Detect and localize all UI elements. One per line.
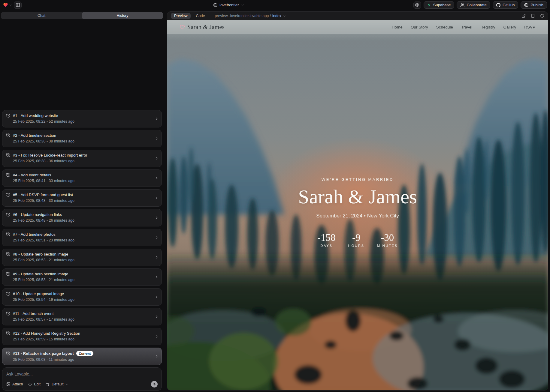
history-item[interactable]: #13 - Refactor index page layout Current… bbox=[2, 348, 162, 365]
history-item-timestamp: 25 Feb 2025, 08:51 - 23 minutes ago bbox=[13, 238, 153, 242]
nav-link[interactable]: Home bbox=[392, 25, 403, 29]
history-item-title: #11 - Add brunch event bbox=[13, 311, 54, 316]
preview-url-selector[interactable]: preview--lovefrontier.lovable.app / inde… bbox=[215, 14, 286, 18]
chevron-right-icon bbox=[155, 315, 159, 319]
wedding-site-nav: HomeOur StoryScheduleTravelRegistryGalle… bbox=[392, 25, 535, 29]
preview-url-page: index bbox=[272, 14, 281, 18]
lovable-logo-menu[interactable] bbox=[3, 2, 12, 7]
app-topbar: lovefrontier Supabase Collaborate GitHub… bbox=[0, 0, 550, 10]
history-item-title: #8 - Update hero section image bbox=[13, 252, 68, 256]
supabase-bolt-icon bbox=[427, 3, 431, 7]
history-icon bbox=[6, 272, 11, 276]
github-icon bbox=[496, 3, 500, 7]
tab-chat[interactable]: Chat bbox=[1, 12, 82, 19]
heart-icon bbox=[180, 25, 185, 30]
tab-code[interactable]: Code bbox=[192, 13, 208, 19]
publish-button[interactable]: Publish bbox=[521, 1, 547, 9]
collaborate-button[interactable]: Collaborate bbox=[457, 1, 490, 9]
history-item-timestamp: 25 Feb 2025, 08:57 - 17 minutes ago bbox=[13, 317, 153, 322]
tab-preview[interactable]: Preview bbox=[171, 13, 191, 19]
history-item[interactable]: #4 - Add event details 25 Feb 2025, 08:4… bbox=[2, 169, 162, 187]
history-item[interactable]: #9 - Update hero section image 25 Feb 20… bbox=[2, 268, 162, 286]
nav-link[interactable]: Registry bbox=[480, 25, 495, 29]
history-item[interactable]: #1 - Add wedding website 25 Feb 2025, 08… bbox=[2, 110, 162, 127]
nav-link[interactable]: Travel bbox=[461, 25, 472, 29]
github-button[interactable]: GitHub bbox=[493, 1, 518, 9]
history-item-timestamp: 25 Feb 2025, 08:59 - 15 minutes ago bbox=[13, 337, 153, 341]
send-button[interactable] bbox=[151, 381, 158, 388]
edit-mode-button[interactable]: Edit bbox=[28, 382, 41, 386]
history-item[interactable]: #5 - Add RSVP form and guest list 25 Feb… bbox=[2, 189, 162, 207]
chevron-right-icon bbox=[155, 354, 159, 358]
history-icon bbox=[6, 212, 11, 217]
chevron-right-icon bbox=[155, 156, 159, 160]
wedding-site-logo-text: Sarah & James bbox=[187, 24, 225, 31]
panel-left-icon bbox=[16, 3, 20, 7]
history-list: #1 - Add wedding website 25 Feb 2025, 08… bbox=[1, 110, 163, 367]
history-item[interactable]: #2 - Add timeline section 25 Feb 2025, 0… bbox=[2, 130, 162, 147]
project-selector[interactable]: lovefrontier bbox=[213, 0, 244, 10]
nav-link[interactable]: Schedule bbox=[436, 25, 453, 29]
history-item-timestamp: 25 Feb 2025, 08:53 - 21 minutes ago bbox=[13, 278, 153, 282]
attach-button[interactable]: Attach bbox=[6, 382, 23, 386]
history-item-timestamp: 25 Feb 2025, 08:43 - 30 minutes ago bbox=[13, 199, 153, 203]
chevron-right-icon bbox=[155, 235, 159, 240]
sliders-icon bbox=[46, 382, 50, 386]
history-item-title: #6 - Update navigation links bbox=[13, 212, 62, 217]
supabase-button[interactable]: Supabase bbox=[424, 1, 455, 9]
edit-label: Edit bbox=[34, 382, 41, 386]
history-item-title: #2 - Add timeline section bbox=[13, 133, 56, 138]
history-item[interactable]: #6 - Update navigation links 25 Feb 2025… bbox=[2, 209, 162, 226]
chevron-right-icon bbox=[155, 255, 159, 259]
mode-label: Default bbox=[52, 382, 64, 386]
supabase-label: Supabase bbox=[433, 3, 451, 7]
hero-eyebrow: WE'RE GETTING MARRIED bbox=[167, 177, 548, 182]
collaborate-label: Collaborate bbox=[467, 3, 487, 7]
refresh-button[interactable] bbox=[540, 14, 544, 18]
globe-icon bbox=[213, 3, 217, 7]
history-item-title: #12 - Add Honeyfund Registry Section bbox=[13, 331, 80, 336]
history-item-timestamp: 25 Feb 2025, 08:48 - 26 minutes ago bbox=[13, 218, 153, 223]
wedding-site-header: Sarah & James HomeOur StoryScheduleTrave… bbox=[167, 20, 548, 34]
smartphone-icon bbox=[531, 14, 535, 18]
nav-link[interactable]: RSVP bbox=[524, 25, 535, 29]
chevron-right-icon bbox=[155, 295, 159, 299]
tab-history[interactable]: History bbox=[82, 12, 163, 19]
chevron-down-icon bbox=[241, 3, 244, 7]
chevron-right-icon bbox=[155, 176, 159, 180]
nav-link[interactable]: Our Story bbox=[411, 25, 428, 29]
history-item[interactable]: #12 - Add Honeyfund Registry Section 25 … bbox=[2, 328, 162, 345]
ask-lovable-input[interactable] bbox=[6, 372, 158, 376]
model-mode-selector[interactable]: Default bbox=[46, 382, 68, 386]
history-item-timestamp: 25 Feb 2025, 08:36 - 38 minutes ago bbox=[13, 139, 153, 143]
hero-date-location: September 21, 2024 • New York City bbox=[167, 213, 548, 219]
external-link-icon bbox=[521, 14, 526, 18]
arrow-up-icon bbox=[153, 382, 156, 386]
history-icon bbox=[6, 173, 11, 177]
chevron-right-icon bbox=[155, 334, 159, 339]
sidebar-toggle-button[interactable] bbox=[14, 1, 22, 9]
countdown-label: HOURS bbox=[348, 244, 364, 247]
current-badge: Current bbox=[76, 351, 94, 356]
history-item[interactable]: #11 - Add brunch event 25 Feb 2025, 08:5… bbox=[2, 308, 162, 325]
wedding-site-logo[interactable]: Sarah & James bbox=[180, 24, 225, 31]
nav-link[interactable]: Gallery bbox=[503, 25, 516, 29]
history-item[interactable]: #10 - Update proposal image 25 Feb 2025,… bbox=[2, 288, 162, 306]
history-item-timestamp: 25 Feb 2025, 08:54 - 19 minutes ago bbox=[13, 298, 153, 302]
chevron-right-icon bbox=[155, 136, 159, 141]
history-item-title: #7 - Add timeline photos bbox=[13, 232, 56, 237]
mobile-view-button[interactable] bbox=[531, 14, 535, 18]
history-icon bbox=[6, 292, 11, 296]
history-item-title: #3 - Fix: Resolve Lucide-react import er… bbox=[13, 153, 87, 157]
prompt-composer: Attach Edit Default bbox=[2, 367, 162, 391]
history-item[interactable]: #3 - Fix: Resolve Lucide-react import er… bbox=[2, 150, 162, 167]
open-in-new-tab-button[interactable] bbox=[521, 14, 526, 18]
countdown-unit: -158 DAYS bbox=[317, 232, 336, 247]
publish-label: Publish bbox=[530, 3, 543, 7]
history-item[interactable]: #7 - Add timeline photos 25 Feb 2025, 08… bbox=[2, 229, 162, 246]
settings-button[interactable] bbox=[413, 1, 421, 9]
history-icon bbox=[6, 351, 11, 356]
history-item-title: #4 - Add event details bbox=[13, 173, 51, 177]
history-item-title: #13 - Refactor index page layout bbox=[13, 351, 74, 356]
history-item[interactable]: #8 - Update hero section image 25 Feb 20… bbox=[2, 249, 162, 266]
